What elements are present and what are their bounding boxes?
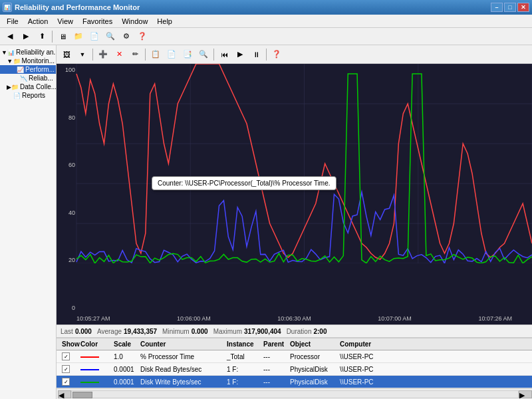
row1-instance: _Total (224, 352, 261, 361)
row2-scale: 0.0001 (111, 365, 138, 374)
counter-row[interactable]: 0.0001 Disk Write Bytes/sec 1 F: --- Phy… (57, 376, 532, 388)
content-area: 🖼 ▼ ➕ ✕ ✏ 📋 📄 📑 🔍 ⏮ ▶ ⏸ ❓ 100 80 6 (57, 45, 532, 399)
row3-object: PhysicalDisk (287, 378, 337, 386)
forward-button[interactable]: ▶ (19, 30, 33, 43)
average-label: Average (97, 328, 122, 335)
perf-sep2 (145, 49, 146, 61)
menu-bar: File Action View Favorites Window Help (0, 15, 532, 28)
highlight-button[interactable]: ✏ (128, 47, 142, 62)
x-label-1: 10:05:27 AM (76, 315, 110, 323)
stats-average: Average 19,433,357 (97, 328, 157, 335)
menu-action[interactable]: Action (24, 16, 53, 27)
y-axis: 100 80 60 40 20 0 (57, 64, 76, 314)
maximum-value: 317,900,404 (244, 328, 281, 335)
sidebar-item-reliability[interactable]: ▼ 📊 Reliability an... (0, 48, 56, 57)
row3-instance: 1 F: (224, 378, 261, 386)
window-title: Reliability and Performance Monitor (15, 3, 140, 11)
toolbar-btn4[interactable]: 🔍 (103, 30, 118, 43)
row2-color (78, 365, 111, 374)
view-graph-button[interactable]: 🖼 (59, 47, 74, 62)
freeze-button[interactable]: 🔍 (196, 47, 211, 62)
last-label: Last (61, 328, 73, 335)
properties-button[interactable]: 📑 (180, 47, 195, 62)
restore-button[interactable]: □ (504, 3, 516, 12)
duration-label: Duration (287, 328, 312, 335)
minimum-value: 0.000 (192, 328, 208, 335)
row2-show (59, 364, 78, 374)
row3-parent: --- (261, 378, 287, 386)
row2-checkbox[interactable] (62, 365, 70, 373)
x-label-3: 10:06:30 AM (277, 315, 311, 323)
main-area: ▼ 📊 Reliability an... ▼ 📁 Monitorin... 📈… (0, 45, 532, 399)
sidebar-item-monitoring[interactable]: ▼ 📁 Monitorin... (0, 57, 56, 65)
menu-file[interactable]: File (3, 16, 23, 27)
row3-show (59, 377, 78, 386)
toolbar-btn2[interactable]: 📁 (71, 30, 86, 43)
performance-chart (57, 64, 532, 263)
row3-computer: \\USER-PC (337, 378, 397, 386)
header-color: Color (78, 340, 111, 348)
sidebar-item-datacollect[interactable]: ▶ 📁 Data Colle... (0, 82, 56, 91)
scroll-right[interactable]: ▶ (519, 390, 532, 398)
y-label-60: 60 (58, 162, 75, 168)
header-show: Show (59, 340, 78, 348)
menu-view[interactable]: View (53, 16, 77, 27)
row3-color-line (80, 382, 99, 383)
row2-computer: \\USER-PC (337, 365, 397, 374)
menu-favorites[interactable]: Favorites (78, 16, 116, 27)
menu-help[interactable]: Help (153, 16, 176, 27)
add-counter-button[interactable]: ➕ (96, 47, 110, 62)
window-controls: – □ ✕ (491, 3, 529, 12)
stats-duration: Duration 2:00 (287, 328, 327, 335)
menu-window[interactable]: Window (118, 16, 152, 27)
stats-maximum: Maximum 317,900,404 (213, 328, 281, 335)
maximum-label: Maximum (213, 328, 242, 335)
scroll-track (71, 390, 519, 398)
y-label-40: 40 (58, 209, 75, 216)
row3-scale: 0.0001 (111, 378, 138, 386)
pause-button[interactable]: ⏸ (249, 47, 263, 62)
header-parent: Parent (261, 340, 287, 348)
counter-row[interactable]: 0.0001 Disk Read Bytes/sec 1 F: --- Phys… (57, 363, 532, 376)
stats-last: Last 0.000 (61, 328, 92, 335)
perf-sep4 (266, 49, 267, 61)
paste-button[interactable]: 📄 (164, 47, 179, 62)
row1-checkbox[interactable] (62, 352, 70, 360)
toolbar-btn6[interactable]: ❓ (135, 30, 150, 43)
row1-color-line (80, 356, 99, 358)
toolbar-btn3[interactable]: 📄 (87, 30, 102, 43)
counter-row[interactable]: 1.0 % Processor Time _Total --- Processo… (57, 350, 532, 363)
header-instance: Instance (224, 340, 261, 348)
x-axis: 10:05:27 AM 10:06:00 AM 10:06:30 AM 10:0… (57, 314, 532, 325)
title-bar: 📊 Reliability and Performance Monitor – … (0, 0, 532, 15)
scroll-thumb[interactable] (72, 392, 92, 398)
header-scale: Scale (111, 340, 138, 348)
sidebar-item-reliability2[interactable]: 📉 Reliab... (0, 74, 56, 82)
row1-show (59, 352, 78, 361)
bottom-scrollbar[interactable]: ◀ ▶ (57, 388, 532, 399)
expand-icon2: ▼ (7, 58, 13, 65)
delete-counter-button[interactable]: ✕ (112, 47, 126, 62)
clear-button[interactable]: ⏮ (217, 47, 231, 62)
row3-checkbox[interactable] (62, 378, 70, 386)
scroll-left[interactable]: ◀ (58, 390, 71, 398)
help-button[interactable]: ❓ (269, 47, 284, 62)
sidebar-item-reports[interactable]: 📄 Reports (0, 91, 56, 100)
y-label-100: 100 (58, 66, 75, 73)
toolbar-btn5[interactable]: ⚙ (119, 30, 134, 43)
perf-sep3 (213, 49, 214, 61)
change-graph-button[interactable]: ▼ (75, 47, 90, 62)
perf-toolbar: 🖼 ▼ ➕ ✕ ✏ 📋 📄 📑 🔍 ⏮ ▶ ⏸ ❓ (57, 45, 532, 64)
average-value: 19,433,357 (124, 328, 157, 335)
header-counter: Counter (138, 340, 224, 348)
up-button[interactable]: ⬆ (35, 30, 49, 43)
minimize-button[interactable]: – (491, 3, 503, 12)
close-button[interactable]: ✕ (517, 3, 529, 12)
play-button[interactable]: ▶ (233, 47, 247, 62)
sidebar-item-performance[interactable]: 📈 Perform... (0, 65, 56, 74)
copy-button[interactable]: 📋 (148, 47, 163, 62)
row1-computer: \\USER-PC (337, 352, 397, 361)
toolbar-separator (52, 31, 53, 43)
show-desktop-button[interactable]: 🖥 (55, 30, 70, 43)
back-button[interactable]: ◀ (3, 30, 17, 43)
